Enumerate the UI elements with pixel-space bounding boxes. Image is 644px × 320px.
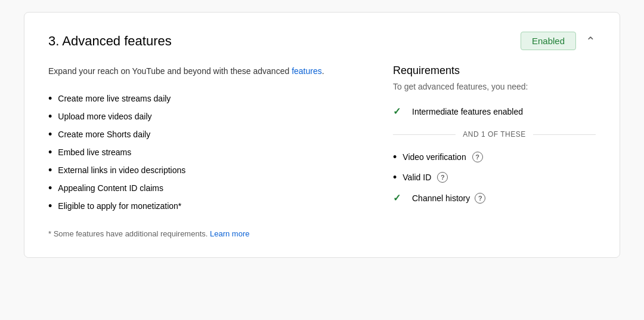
checkmark-icon: ✓ <box>393 106 405 117</box>
description: Expand your reach on YouTube and beyond … <box>48 64 369 78</box>
req-item-text: Intermediate features enabled <box>412 107 523 116</box>
help-icon-valid-id[interactable]: ? <box>437 172 448 183</box>
list-item: Upload more videos daily <box>48 107 369 125</box>
learn-more-link[interactable]: Learn more <box>210 229 249 238</box>
card-body: Expand your reach on YouTube and beyond … <box>48 64 596 238</box>
header-right: Enabled ⌃ <box>521 32 596 50</box>
req-label: Channel history ? <box>412 193 485 204</box>
right-section: Requirements To get advanced features, y… <box>393 64 596 238</box>
list-item: Create more Shorts daily <box>48 125 369 143</box>
requirements-subtitle: To get advanced features, you need: <box>393 82 596 91</box>
enabled-badge: Enabled <box>521 32 576 50</box>
divider-text: AND 1 OF THESE <box>463 130 525 139</box>
list-item: External links in video descriptions <box>48 161 369 179</box>
footnote: * Some features have additional requirem… <box>48 229 369 238</box>
divider-line-left <box>393 134 456 135</box>
divider-line-right <box>533 134 596 135</box>
requirements-title: Requirements <box>393 64 596 77</box>
list-item: Eligible to apply for monetization* <box>48 197 369 215</box>
card-header: 3. Advanced features Enabled ⌃ <box>48 32 596 50</box>
list-item: Appealing Content ID claims <box>48 179 369 197</box>
divider-and: AND 1 OF THESE <box>393 130 596 139</box>
advanced-features-card: 3. Advanced features Enabled ⌃ Expand yo… <box>24 12 620 258</box>
checkmark-icon-channel: ✓ <box>393 192 405 204</box>
list-item: Embed live streams <box>48 143 369 161</box>
help-icon-channel-history[interactable]: ? <box>475 193 485 204</box>
list-item: Valid ID ? <box>393 167 596 187</box>
card-title: 3. Advanced features <box>48 33 172 49</box>
collapse-icon[interactable]: ⌃ <box>586 35 596 47</box>
bullet-req-list: Video verification ? Valid ID ? <box>393 147 596 187</box>
features-link[interactable]: features <box>292 66 322 76</box>
description-text: Expand your reach on YouTube and beyond … <box>48 66 292 76</box>
list-item: Video verification ? <box>393 147 596 167</box>
help-icon-video-verification[interactable]: ? <box>472 152 483 162</box>
feature-list: Create more live streams daily Upload mo… <box>48 90 369 215</box>
left-section: Expand your reach on YouTube and beyond … <box>48 64 369 238</box>
req-checked-item: ✓ Intermediate features enabled <box>393 101 596 122</box>
req-with-check-channel-history: ✓ Channel history ? <box>393 187 596 208</box>
list-item: Create more live streams daily <box>48 90 369 107</box>
